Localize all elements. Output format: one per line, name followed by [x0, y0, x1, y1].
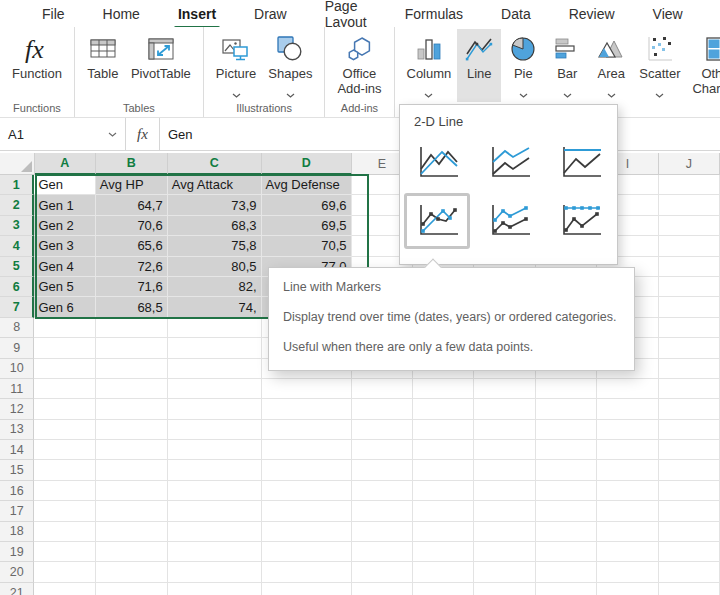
cell-F20[interactable]: [413, 562, 474, 582]
cell-C15[interactable]: [168, 460, 262, 480]
cell-I19[interactable]: [597, 542, 658, 562]
cell-J8[interactable]: [659, 318, 720, 338]
cell-E20[interactable]: [352, 562, 413, 582]
cell-H18[interactable]: [536, 522, 597, 542]
office-addins-button[interactable]: Office Add-ins: [331, 29, 387, 98]
cell-C2[interactable]: 73,9: [168, 195, 262, 215]
cell-C13[interactable]: [168, 420, 262, 440]
cell-A7[interactable]: Gen 6: [34, 297, 95, 317]
row-header-7[interactable]: 7: [0, 297, 34, 317]
cell-B17[interactable]: [96, 501, 168, 521]
menu-tab-file[interactable]: File: [40, 2, 67, 26]
cell-G14[interactable]: [474, 440, 535, 460]
menu-tab-draw[interactable]: Draw: [252, 2, 289, 26]
cell-B1[interactable]: Avg HP: [96, 175, 168, 195]
row-header-13[interactable]: 13: [0, 420, 34, 440]
cell-A2[interactable]: Gen 1: [34, 195, 95, 215]
cell-H20[interactable]: [536, 562, 597, 582]
cell-C6[interactable]: 82,: [168, 277, 262, 297]
cell-C21[interactable]: [168, 583, 262, 595]
chart-type-100-stacked-line[interactable]: [547, 135, 613, 191]
cell-A16[interactable]: [34, 481, 95, 501]
menu-tab-data[interactable]: Data: [499, 2, 533, 26]
cell-I13[interactable]: [597, 420, 658, 440]
name-box[interactable]: A1: [0, 118, 126, 150]
cell-A1[interactable]: Gen: [34, 175, 95, 195]
column-header-A[interactable]: A: [35, 153, 96, 175]
row-header-4[interactable]: 4: [0, 236, 34, 256]
cell-B7[interactable]: 68,5: [96, 297, 168, 317]
cell-J3[interactable]: [659, 216, 720, 236]
cell-F21[interactable]: [413, 583, 474, 595]
cell-C5[interactable]: 80,5: [168, 257, 262, 277]
cell-I12[interactable]: [597, 399, 658, 419]
chart-type-stacked-line-with-markers[interactable]: [476, 193, 542, 249]
row-header-18[interactable]: 18: [0, 522, 34, 542]
cell-C12[interactable]: [168, 399, 262, 419]
function-button[interactable]: fx Function: [6, 29, 68, 83]
cell-H11[interactable]: [536, 379, 597, 399]
cell-F17[interactable]: [413, 501, 474, 521]
cell-I14[interactable]: [597, 440, 658, 460]
cell-G19[interactable]: [474, 542, 535, 562]
cell-D17[interactable]: [262, 501, 352, 521]
cell-A18[interactable]: [34, 522, 95, 542]
cell-B19[interactable]: [96, 542, 168, 562]
cell-J19[interactable]: [659, 542, 720, 562]
cell-D4[interactable]: 70,5: [262, 236, 352, 256]
cell-D16[interactable]: [262, 481, 352, 501]
cell-C17[interactable]: [168, 501, 262, 521]
cell-C19[interactable]: [168, 542, 262, 562]
cell-G18[interactable]: [474, 522, 535, 542]
row-header-10[interactable]: 10: [0, 359, 34, 379]
cell-H17[interactable]: [536, 501, 597, 521]
cell-C9[interactable]: [168, 338, 262, 358]
cell-A5[interactable]: Gen 4: [34, 257, 95, 277]
cell-B12[interactable]: [96, 399, 168, 419]
cell-F12[interactable]: [413, 399, 474, 419]
cell-A9[interactable]: [34, 338, 95, 358]
cell-B4[interactable]: 65,6: [96, 236, 168, 256]
cell-F16[interactable]: [413, 481, 474, 501]
cell-B9[interactable]: [96, 338, 168, 358]
cell-G13[interactable]: [474, 420, 535, 440]
bar-chart-button[interactable]: Bar: [545, 29, 589, 92]
row-header-9[interactable]: 9: [0, 338, 34, 358]
other-charts-button[interactable]: Other Charts: [686, 29, 720, 98]
area-chart-button[interactable]: Area: [589, 29, 633, 92]
cell-F13[interactable]: [413, 420, 474, 440]
cell-A4[interactable]: Gen 3: [34, 236, 95, 256]
cell-D15[interactable]: [262, 460, 352, 480]
cell-A13[interactable]: [34, 420, 95, 440]
cell-G11[interactable]: [474, 379, 535, 399]
cell-B15[interactable]: [96, 460, 168, 480]
cell-H19[interactable]: [536, 542, 597, 562]
cell-C18[interactable]: [168, 522, 262, 542]
cell-J21[interactable]: [659, 583, 720, 595]
cell-A12[interactable]: [34, 399, 95, 419]
cell-E15[interactable]: [352, 460, 413, 480]
cell-B10[interactable]: [96, 359, 168, 379]
cell-I18[interactable]: [597, 522, 658, 542]
cell-J15[interactable]: [659, 460, 720, 480]
cell-A10[interactable]: [34, 359, 95, 379]
menu-tab-formulas[interactable]: Formulas: [403, 2, 465, 26]
cell-B8[interactable]: [96, 318, 168, 338]
cell-B16[interactable]: [96, 481, 168, 501]
picture-button[interactable]: Picture: [210, 29, 262, 92]
cell-I20[interactable]: [597, 562, 658, 582]
cell-H12[interactable]: [536, 399, 597, 419]
cell-E14[interactable]: [352, 440, 413, 460]
cell-E12[interactable]: [352, 399, 413, 419]
cell-D1[interactable]: Avg Defense: [262, 175, 352, 195]
cell-H16[interactable]: [536, 481, 597, 501]
menu-tab-insert[interactable]: Insert: [176, 2, 218, 26]
row-header-17[interactable]: 17: [0, 501, 34, 521]
cell-B14[interactable]: [96, 440, 168, 460]
cell-B21[interactable]: [96, 583, 168, 595]
shapes-button[interactable]: Shapes: [262, 29, 318, 92]
cell-B13[interactable]: [96, 420, 168, 440]
cell-A11[interactable]: [34, 379, 95, 399]
cell-H21[interactable]: [536, 583, 597, 595]
cell-E19[interactable]: [352, 542, 413, 562]
